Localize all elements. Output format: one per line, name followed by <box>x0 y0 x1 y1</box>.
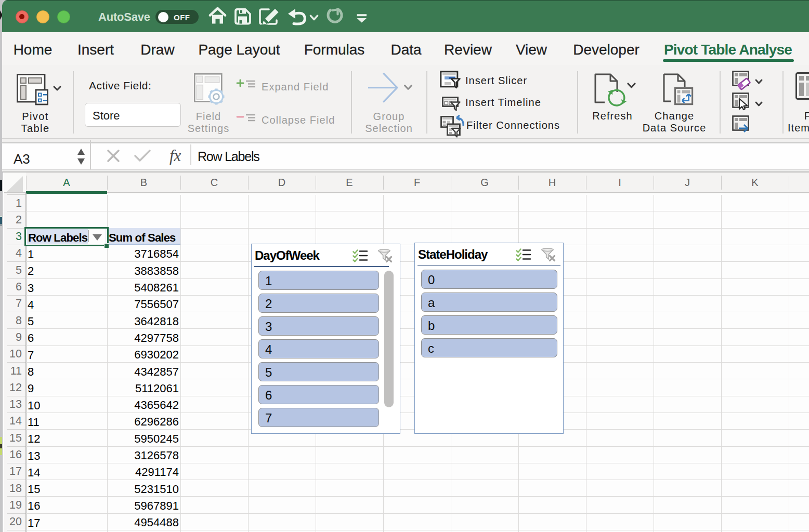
svg-text:fx: fx <box>169 147 181 165</box>
